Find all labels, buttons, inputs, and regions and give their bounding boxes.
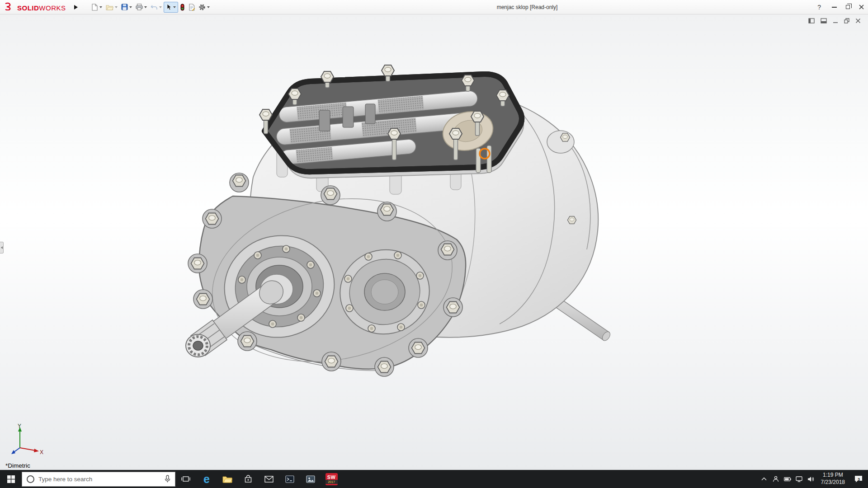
speaker-icon — [807, 476, 814, 482]
help-button[interactable]: ? — [811, 4, 827, 11]
orientation-triad: Y X — [10, 422, 46, 455]
new-document-button[interactable] — [90, 2, 104, 13]
collapse-arrow-icon — [1, 246, 3, 249]
dropdown-chevron[interactable] — [173, 6, 176, 8]
options-button[interactable] — [197, 2, 212, 13]
tray-battery-icon[interactable] — [782, 470, 793, 488]
taskbar-clock[interactable]: 1:19 PM 7/23/2018 — [817, 472, 849, 486]
view-orientation-label: *Dimetric — [5, 462, 30, 469]
open-button[interactable] — [104, 2, 119, 13]
store-icon[interactable] — [238, 470, 259, 488]
tray-volume-icon[interactable] — [805, 470, 817, 488]
dropdown-chevron[interactable] — [129, 6, 132, 8]
solidworks-app-badge: SW 2017 — [326, 473, 338, 485]
ds-logo-icon — [5, 2, 15, 10]
select-tool-button[interactable] — [164, 2, 178, 13]
chevron-up-icon — [761, 477, 767, 481]
task-view-button[interactable] — [175, 470, 196, 488]
document-window-controls — [808, 18, 861, 23]
solidworks-logo: SOLIDWORKS — [5, 2, 66, 12]
windows-logo-icon — [7, 475, 15, 483]
model-viewport-canvas[interactable] — [0, 14, 868, 470]
pinned-app-icon-2[interactable] — [300, 470, 321, 488]
doc-pane-bottom-icon[interactable] — [821, 18, 827, 23]
gear-icon — [198, 4, 206, 11]
action-center-button[interactable]: 3 — [849, 470, 868, 488]
doc-pane-left-icon[interactable] — [808, 18, 815, 23]
mail-icon[interactable] — [259, 470, 279, 488]
task-view-icon — [181, 475, 190, 483]
triad-x-label: X — [40, 449, 43, 455]
save-button[interactable] — [119, 2, 134, 13]
edge-glyph: e — [203, 474, 210, 485]
taskbar-search-input[interactable]: Type here to search — [22, 472, 175, 487]
quick-access-toolbar — [90, 1, 212, 13]
photos-icon — [306, 475, 315, 483]
tray-person-icon[interactable] — [770, 470, 782, 488]
search-placeholder-text: Type here to search — [38, 476, 160, 483]
close-icon — [859, 5, 864, 9]
doc-restore-icon[interactable] — [844, 18, 849, 23]
titlebar-controls: ? — [811, 0, 868, 14]
rebuild-button[interactable] — [178, 2, 187, 13]
close-button[interactable] — [854, 0, 868, 14]
dropdown-chevron[interactable] — [115, 6, 118, 8]
dropdown-chevron[interactable] — [159, 6, 162, 8]
clock-date: 7/23/2018 — [821, 479, 845, 486]
tray-network-icon[interactable] — [793, 470, 805, 488]
start-button[interactable] — [0, 470, 22, 488]
doc-minimize-icon[interactable] — [833, 18, 838, 23]
shopping-bag-icon — [244, 475, 252, 483]
battery-icon — [784, 477, 791, 481]
clock-time: 1:19 PM — [821, 472, 845, 479]
file-properties-button[interactable] — [187, 2, 197, 13]
hidden-icons-chevron[interactable] — [758, 470, 770, 488]
system-tray: 1:19 PM 7/23/2018 3 — [758, 470, 868, 488]
graphics-viewport[interactable]: Y X *Dimetric — [0, 14, 868, 470]
dropdown-chevron[interactable] — [207, 6, 210, 8]
cortana-ring-icon — [27, 475, 34, 483]
folder-icon — [222, 475, 232, 483]
rebuild-traffic-light-icon — [180, 4, 185, 11]
solidworks-taskbar-icon[interactable]: SW 2017 — [321, 470, 342, 488]
save-floppy-icon — [121, 4, 128, 10]
doc-close-icon[interactable] — [855, 18, 861, 23]
undo-arrow-icon — [151, 4, 158, 10]
triad-y-label: Y — [18, 423, 21, 429]
terminal-icon — [285, 475, 294, 483]
restore-button[interactable] — [841, 0, 854, 14]
printer-icon — [136, 4, 143, 10]
featuremanager-collapsed-tab[interactable] — [0, 242, 4, 253]
windows-taskbar: Type here to search e — [0, 470, 868, 488]
edge-icon[interactable]: e — [196, 470, 217, 488]
document-title: menjac sklop [Read-only] — [497, 4, 558, 10]
menu-flyout-arrow-icon[interactable] — [74, 5, 78, 9]
envelope-icon — [264, 476, 274, 483]
network-icon — [796, 476, 802, 482]
notification-badge: 3 — [858, 477, 860, 482]
pinned-app-icon-1[interactable] — [279, 470, 300, 488]
logo-text-solid: SOLID — [17, 4, 39, 12]
open-folder-icon — [106, 4, 113, 10]
file-properties-icon — [189, 4, 195, 11]
minimize-icon — [832, 7, 837, 8]
sw-badge-text: SW — [327, 474, 336, 480]
sw-badge-year: 2017 — [326, 480, 338, 484]
microphone-icon[interactable] — [165, 475, 170, 483]
select-cursor-icon — [166, 4, 172, 10]
minimize-button[interactable] — [827, 0, 841, 14]
new-document-icon — [91, 4, 98, 11]
gearbox-model[interactable] — [186, 65, 612, 381]
logo-text-works: WORKS — [39, 4, 66, 12]
app-titlebar: SOLIDWORKS — [0, 0, 868, 14]
undo-button[interactable] — [149, 2, 164, 13]
print-button[interactable] — [134, 2, 149, 13]
dropdown-chevron[interactable] — [144, 6, 147, 8]
person-icon — [773, 476, 779, 482]
restore-icon — [846, 5, 850, 9]
dropdown-chevron[interactable] — [99, 6, 102, 8]
housing-boss — [547, 131, 574, 153]
file-explorer-icon[interactable] — [217, 470, 238, 488]
